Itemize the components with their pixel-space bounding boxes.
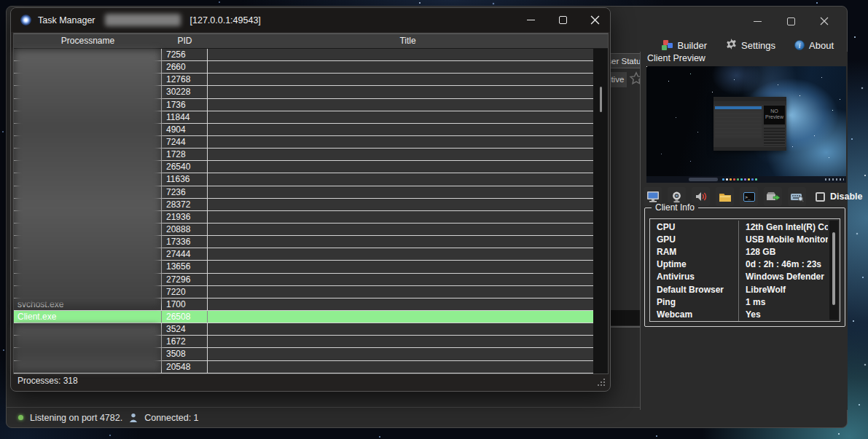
keylogger-icon[interactable] (788, 187, 806, 206)
process-row[interactable]: Client.exe 26508 (14, 311, 593, 323)
process-pid-cell: 1700 (162, 298, 208, 310)
disable-checkbox[interactable] (816, 192, 825, 202)
tm-maximize-button[interactable] (558, 16, 568, 25)
process-pid-cell: 12768 (162, 74, 208, 85)
process-pid-cell: 20548 (162, 361, 208, 373)
listening-status-dot (18, 415, 23, 420)
process-title-cell (208, 49, 593, 60)
client-preview-image[interactable]: NO Preview (646, 66, 846, 183)
process-pid-cell: 11636 (162, 173, 208, 185)
process-title-cell (208, 274, 593, 285)
file-manager-folder-icon[interactable] (716, 187, 734, 206)
process-title-cell (208, 224, 593, 235)
process-pid-cell: 1672 (162, 336, 208, 347)
client-info-scrollbar[interactable] (829, 221, 838, 320)
resize-grip[interactable] (598, 379, 605, 386)
process-pid-cell: 26540 (162, 161, 208, 173)
client-info-value: 128 GB (738, 245, 828, 258)
process-pid-cell: 28372 (162, 199, 208, 210)
main-window-controls (752, 17, 829, 25)
client-info-value: USB Mobile Monitor ... (738, 233, 828, 245)
process-title-cell (208, 74, 593, 85)
preview-no-preview-box: NO Preview (764, 106, 785, 124)
preview-taskbar (646, 176, 846, 183)
tm-close-button[interactable] (590, 16, 600, 25)
process-pid-cell: 4904 (162, 124, 208, 135)
process-title-cell (208, 261, 593, 272)
process-table-header: Processname PID Title (14, 33, 608, 49)
app-galaxy-icon (20, 15, 31, 25)
process-pid-cell: 7244 (162, 136, 208, 148)
process-pid-cell: 30228 (162, 86, 208, 98)
client-info-label: Default Browser (650, 285, 738, 295)
column-header-title[interactable]: Title (208, 34, 608, 48)
client-info-value: LibreWolf (738, 283, 828, 296)
preview-mini-window: NO Preview (713, 97, 786, 151)
connected-user-icon (129, 413, 138, 423)
process-pid-cell: 7220 (162, 286, 208, 298)
process-title-cell (208, 161, 593, 173)
desktop-starfield (0, 0, 1, 1)
process-pid-cell: 20888 (162, 224, 208, 235)
column-header-processname[interactable]: Processname (14, 34, 162, 48)
process-pid-cell: 1728 (162, 149, 208, 160)
process-title-cell (208, 361, 593, 373)
settings-button[interactable]: Settings (726, 39, 775, 52)
client-info-row: Antivirus Windows Defender (650, 271, 828, 283)
tm-minimize-button[interactable] (525, 16, 536, 25)
remote-shell-icon[interactable] (740, 187, 758, 206)
about-button[interactable]: About (794, 40, 834, 51)
client-info-row: RAM 128 GB (650, 245, 828, 258)
redacted-process-names-bottom (15, 325, 160, 371)
task-manager-title: Task Manager (38, 15, 95, 25)
redacted-client-name (105, 14, 181, 26)
column-header-pid[interactable]: PID (162, 34, 208, 48)
listening-status-text: Listening on port 4782. (30, 413, 122, 423)
process-pid-cell: 11844 (162, 111, 208, 123)
builder-cubes-icon (662, 40, 673, 51)
process-title-cell (208, 149, 593, 160)
minimize-button[interactable] (752, 17, 762, 25)
about-label: About (809, 40, 834, 51)
process-title-cell (208, 124, 593, 135)
file-transfer-icon[interactable] (764, 187, 782, 206)
client-list-bottom-strip (606, 310, 640, 325)
process-title-cell (208, 236, 593, 248)
process-pid-cell: 26508 (162, 311, 208, 323)
process-pid-cell: 7236 (162, 186, 208, 198)
client-info-row: Uptime 0d : 2h : 46m : 23s (650, 258, 828, 271)
client-detail-panel: Client Preview NO Preview (640, 52, 848, 410)
process-pid-cell: 17336 (162, 236, 208, 248)
process-pid-cell: 27444 (162, 248, 208, 260)
process-title-cell (208, 311, 593, 323)
client-info-value: Windows Defender (738, 271, 828, 283)
task-manager-window-controls (525, 8, 600, 32)
process-title-cell (208, 248, 593, 260)
process-pid-cell: 3508 (162, 348, 208, 360)
client-info-label: Uptime (650, 259, 738, 269)
client-info-label: Ping (650, 297, 738, 307)
maximize-button[interactable] (786, 17, 796, 25)
client-info-value: 1 ms (738, 296, 828, 308)
process-title-cell (208, 211, 593, 223)
process-list-scrollbar[interactable] (593, 49, 608, 373)
builder-label: Builder (678, 40, 707, 51)
client-info-label: Webcam (650, 309, 738, 320)
process-pid-cell: 3524 (162, 323, 208, 335)
disable-toggle[interactable]: Disable (816, 191, 862, 202)
client-info-row: CPU 12th Gen Intel(R) Cor... (650, 221, 828, 233)
task-manager-titlebar[interactable]: Task Manager [127.0.0.1:49543] (11, 8, 610, 32)
connected-count-text: Connected: 1 (144, 413, 198, 423)
task-manager-address: [127.0.0.1:49543] (190, 15, 261, 25)
redacted-process-names-top (15, 50, 160, 305)
process-pid-cell: 13656 (162, 261, 208, 272)
process-title-cell (208, 199, 593, 210)
main-status-bar: Listening on port 4782. Connected: 1 (7, 407, 847, 427)
client-info-groupbox: Client Info CPU 12th Gen Intel(R) Cor...… (644, 207, 845, 327)
client-info-label: Antivirus (650, 272, 738, 282)
scrollbar-thumb[interactable] (600, 87, 602, 112)
client-info-value: Yes (738, 308, 828, 320)
close-button[interactable] (819, 17, 829, 25)
process-count-status: Processes: 318 (17, 376, 78, 386)
builder-button[interactable]: Builder (662, 40, 707, 51)
